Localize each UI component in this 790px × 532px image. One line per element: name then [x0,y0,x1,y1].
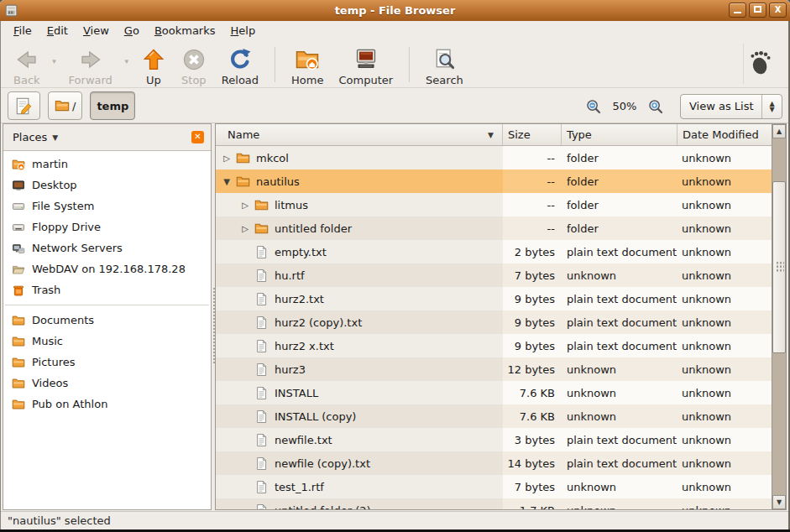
sidebar-item-videos[interactable]: Videos [3,373,211,394]
zoom-out-button[interactable] [585,98,602,115]
file-date-modified: unknown [678,334,772,357]
sidebar-item-webdav-on-192-168-178-28[interactable]: WebDAV on 192.168.178.28 [3,258,211,279]
file-type: plain text document [562,310,678,334]
menu-go[interactable]: Go [117,22,147,39]
file-row-hurz2-txt[interactable]: hurz2.txt9 bytesplain text documentunkno… [216,287,772,310]
file-row-install[interactable]: INSTALL7.6 KBunknownunknown [216,381,772,404]
file-name: hu.rtf [275,269,305,282]
file-size: -- [503,193,562,216]
sidebar-item-desktop[interactable]: Desktop [3,175,211,196]
column-header-name[interactable]: Name▼ [216,124,503,145]
file-type: plain text document [562,240,678,263]
minimize-button[interactable] [729,3,746,18]
view-mode-value: View as List [681,100,761,112]
trash-icon [12,284,25,297]
file-type: folder [562,216,678,240]
sidebar-item-floppy-drive[interactable]: Floppy Drive [3,216,211,237]
home-button[interactable]: Home [284,44,331,89]
root-folder-button[interactable]: / [48,91,82,120]
column-header-size[interactable]: Size [503,124,562,145]
file-name: newfile (copy).txt [275,457,370,470]
file-row-nautilus[interactable]: ▼nautilus--folderunknown [216,170,772,193]
file-row-mkcol[interactable]: ▷mkcol--folderunknown [216,146,772,170]
computer-button[interactable]: Computer [331,44,400,89]
close-sidebar-button[interactable]: ✕ [191,131,204,143]
sidebar-item-pictures[interactable]: Pictures [3,352,211,373]
sidebar-item-file-system[interactable]: File System [3,196,211,216]
places-selector[interactable]: Places ▼ [13,131,58,143]
back-history-dropdown: ▾ [48,57,61,65]
menu-view[interactable]: View [76,22,117,39]
scroll-up-button[interactable]: ▲ [772,124,786,138]
file-row-install-copy-[interactable]: INSTALL (copy)7.6 KBunknownunknown [216,404,772,428]
file-row-test-1-rtf[interactable]: test_1.rtf7 bytesunknownunknown [216,475,772,498]
sidebar-item-martin[interactable]: martin [3,154,211,175]
file-type: plain text document [562,428,678,451]
file-row-newfile-copy-txt[interactable]: newfile (copy).txt14 bytesplain text doc… [216,451,772,475]
scroll-down-button[interactable]: ▼ [772,495,786,509]
window-border-left [0,21,1,532]
file-type: unknown [562,357,678,381]
file-row-hu-rtf[interactable]: hu.rtf7 bytesunknownunknown [216,263,772,287]
file-row-empty-txt[interactable]: empty.txt2 bytesplain text documentunkno… [216,240,772,263]
up-icon [141,47,166,72]
expander-expanded-icon[interactable]: ▼ [221,177,233,186]
column-header-date-modified[interactable]: Date Modified [678,124,772,145]
file-row-untitled-folder[interactable]: ▷untitled folder--folderunknown [216,216,772,240]
expander-collapsed-icon[interactable]: ▷ [221,154,233,163]
text-file-icon [254,433,269,447]
menu-bookmarks[interactable]: Bookmarks [147,22,223,39]
current-folder-button[interactable]: temp [90,91,135,120]
file-row-hurz2-x-txt[interactable]: hurz2 x.txt9 bytesplain text documentunk… [216,334,772,357]
file-size: 1.7 KB [503,498,562,509]
toolbar-separator [275,47,275,82]
place-label: File System [32,200,94,212]
file-type: unknown [562,381,678,404]
search-button[interactable]: Search [418,44,471,89]
column-header-type[interactable]: Type [562,124,678,145]
stop-icon [181,47,207,72]
menu-help[interactable]: Help [223,22,264,39]
sidebar-item-documents[interactable]: Documents [3,310,211,331]
maximize-button[interactable] [749,3,766,18]
expander-collapsed-icon[interactable]: ▷ [239,201,251,210]
sidebar-item-trash[interactable]: Trash [3,279,211,300]
sidebar-item-network-servers[interactable]: Network Servers [3,237,211,258]
expander-collapsed-icon[interactable]: ▷ [239,224,251,233]
file-row-newfile-txt[interactable]: newfile.txt3 bytesplain text documentunk… [216,428,772,451]
up-button[interactable]: Up [133,44,174,89]
sidebar-item-pub-on-athlon[interactable]: Pub on Athlon [3,394,211,415]
file-date-modified: unknown [678,498,772,509]
file-size: 12 bytes [503,357,562,381]
vertical-scrollbar[interactable]: ▲ ▼ [772,124,786,509]
zoom-in-button[interactable] [647,98,664,115]
file-size: 7.6 KB [503,404,562,428]
view-mode-select[interactable]: View as List ▲▼ [680,94,782,119]
forward-icon [78,47,103,72]
scrollbar-thumb[interactable] [772,181,786,353]
place-label: Network Servers [32,242,123,254]
titlebar[interactable]: temp - File Browser X [0,0,790,21]
edit-location-button[interactable] [8,91,40,120]
file-row-litmus[interactable]: ▷litmus--folderunknown [216,193,772,216]
text-file-icon [254,269,269,283]
file-size: 14 bytes [503,451,562,475]
drive-icon [12,200,25,213]
close-button[interactable]: X [769,3,787,18]
sidebar-item-music[interactable]: Music [3,331,211,352]
folder-icon [254,222,269,236]
file-type: unknown [562,263,678,287]
menu-file[interactable]: File [6,22,39,39]
file-row-untitled-folder-2-[interactable]: untitled folder (2)1.7 KBunknownunknown [216,498,772,509]
file-row-hurz2-copy-txt[interactable]: hurz2 (copy).txt9 bytesplain text docume… [216,310,772,334]
menu-edit[interactable]: Edit [39,22,76,39]
list-header: Name▼SizeTypeDate Modified [216,124,772,146]
place-label: Desktop [32,179,77,191]
folder-icon [236,175,250,189]
reload-button[interactable]: Reload [214,44,266,89]
folder-icon [236,151,250,165]
place-label: Pub on Athlon [32,398,107,410]
text-file-icon [254,456,269,471]
file-row-hurz3[interactable]: hurz312 bytesunknownunknown [216,357,772,381]
file-type: unknown [562,404,678,428]
